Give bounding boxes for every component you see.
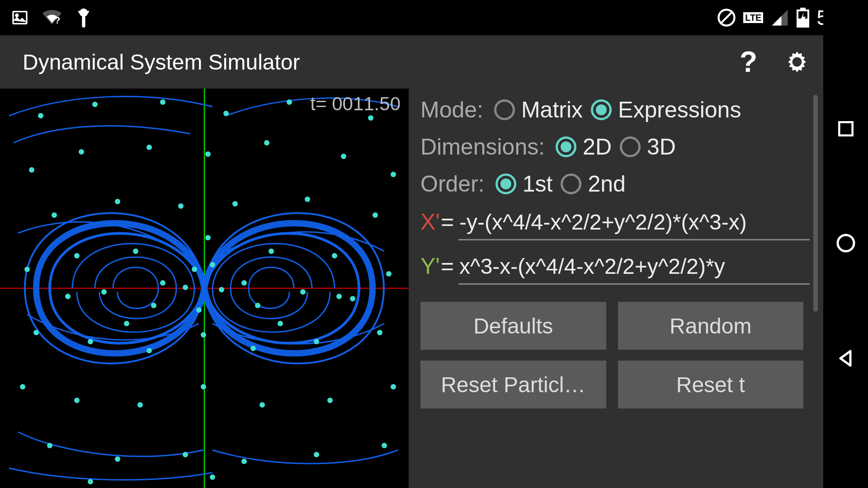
svg-point-37 xyxy=(269,249,274,254)
settings-button[interactable] xyxy=(784,49,810,75)
svg-point-71 xyxy=(124,321,129,326)
home-button[interactable] xyxy=(835,232,857,254)
svg-point-41 xyxy=(151,303,156,308)
svg-point-51 xyxy=(250,346,256,351)
dimensions-label: Dimensions: xyxy=(420,134,545,160)
svg-point-55 xyxy=(74,398,80,403)
svg-point-35 xyxy=(192,267,197,272)
random-button[interactable]: Random xyxy=(618,302,804,350)
radio-label-1st: 1st xyxy=(523,171,553,197)
battery-charging-icon xyxy=(797,8,809,28)
svg-point-66 xyxy=(382,443,387,448)
back-button[interactable] xyxy=(835,347,857,369)
svg-point-56 xyxy=(137,402,143,408)
svg-text:?: ? xyxy=(55,15,61,25)
svg-point-53 xyxy=(377,330,382,335)
radio-label-3d: 3D xyxy=(647,134,676,160)
svg-point-58 xyxy=(259,402,265,408)
svg-point-62 xyxy=(115,456,120,462)
svg-point-24 xyxy=(341,154,346,159)
svg-point-65 xyxy=(314,452,319,457)
svg-point-43 xyxy=(219,287,224,292)
svg-point-78 xyxy=(838,235,854,251)
signal-icon xyxy=(770,8,789,27)
svg-line-6 xyxy=(721,12,732,23)
svg-point-13 xyxy=(38,113,43,118)
recent-apps-button[interactable] xyxy=(836,119,856,139)
radio-mode-matrix[interactable]: Matrix xyxy=(494,97,583,123)
svg-point-67 xyxy=(88,479,93,484)
svg-point-15 xyxy=(160,99,165,105)
debug-icon xyxy=(75,8,92,28)
svg-point-76 xyxy=(205,235,211,240)
defaults-button[interactable]: Defaults xyxy=(420,302,606,350)
order-label: Order: xyxy=(420,171,485,197)
radio-label-2d: 2D xyxy=(583,134,612,160)
svg-point-30 xyxy=(305,197,310,202)
status-bar: ? LTE 5:19 xyxy=(0,0,868,35)
svg-point-20 xyxy=(79,149,84,155)
svg-point-63 xyxy=(183,452,188,457)
y-expression-input[interactable] xyxy=(458,252,810,285)
radio-dim-2d[interactable]: 2D xyxy=(556,134,612,160)
svg-point-59 xyxy=(327,398,333,403)
svg-point-47 xyxy=(33,330,39,335)
controls-panel: Mode: Matrix Expressions Dimensions: 2D xyxy=(409,89,823,488)
lte-badge: LTE xyxy=(743,12,763,23)
svg-point-23 xyxy=(264,140,269,145)
svg-point-75 xyxy=(196,307,202,313)
y-prime-label: Y' xyxy=(420,253,440,279)
svg-point-42 xyxy=(183,285,188,290)
reset-particles-button[interactable]: Reset Particl… xyxy=(420,361,606,408)
svg-point-25 xyxy=(391,172,396,177)
help-button[interactable]: ? xyxy=(740,45,757,79)
svg-point-10 xyxy=(793,57,802,67)
image-icon xyxy=(11,9,29,27)
phase-portrait xyxy=(0,89,409,488)
svg-point-68 xyxy=(210,474,215,480)
scrollbar[interactable] xyxy=(813,95,818,312)
reset-t-button[interactable]: Reset t xyxy=(618,361,804,408)
x-prime-label: X' xyxy=(420,209,440,235)
svg-point-64 xyxy=(241,459,247,464)
radio-order-2nd[interactable]: 2nd xyxy=(561,171,625,197)
svg-rect-77 xyxy=(839,122,852,136)
svg-point-38 xyxy=(332,253,337,258)
svg-point-34 xyxy=(133,249,138,254)
radio-order-1st[interactable]: 1st xyxy=(495,171,553,197)
svg-point-61 xyxy=(47,443,52,448)
svg-point-60 xyxy=(391,384,396,389)
svg-point-46 xyxy=(350,296,355,301)
svg-rect-9 xyxy=(797,19,808,27)
svg-point-40 xyxy=(101,289,107,295)
svg-point-19 xyxy=(29,167,34,173)
x-expression-input[interactable] xyxy=(458,208,810,240)
mode-label: Mode: xyxy=(420,97,483,123)
simulation-canvas[interactable]: t= 0011.50 xyxy=(0,89,409,488)
svg-point-49 xyxy=(146,348,152,353)
svg-point-33 xyxy=(74,253,80,258)
equals-sign: = xyxy=(441,253,454,279)
svg-point-57 xyxy=(201,384,206,389)
svg-point-21 xyxy=(146,145,152,150)
svg-point-50 xyxy=(201,332,206,338)
svg-point-69 xyxy=(160,280,165,286)
radio-dim-3d[interactable]: 3D xyxy=(620,134,676,160)
svg-point-39 xyxy=(386,271,392,277)
time-display: t= 0011.50 xyxy=(310,93,401,115)
svg-point-72 xyxy=(278,321,283,326)
svg-point-73 xyxy=(65,294,71,299)
svg-point-74 xyxy=(336,294,342,299)
radio-mode-expressions[interactable]: Expressions xyxy=(591,97,741,123)
svg-point-44 xyxy=(255,303,260,308)
radio-label-matrix: Matrix xyxy=(521,97,583,123)
svg-point-22 xyxy=(205,151,211,157)
radio-label-2nd: 2nd xyxy=(588,171,625,197)
no-sim-icon xyxy=(717,8,736,27)
navigation-bar xyxy=(823,0,868,488)
app-bar: Dynamical System Simulator ? xyxy=(0,35,823,89)
svg-point-32 xyxy=(24,267,30,272)
radio-label-expressions: Expressions xyxy=(618,97,741,123)
svg-point-36 xyxy=(210,262,215,267)
svg-point-26 xyxy=(52,212,57,218)
